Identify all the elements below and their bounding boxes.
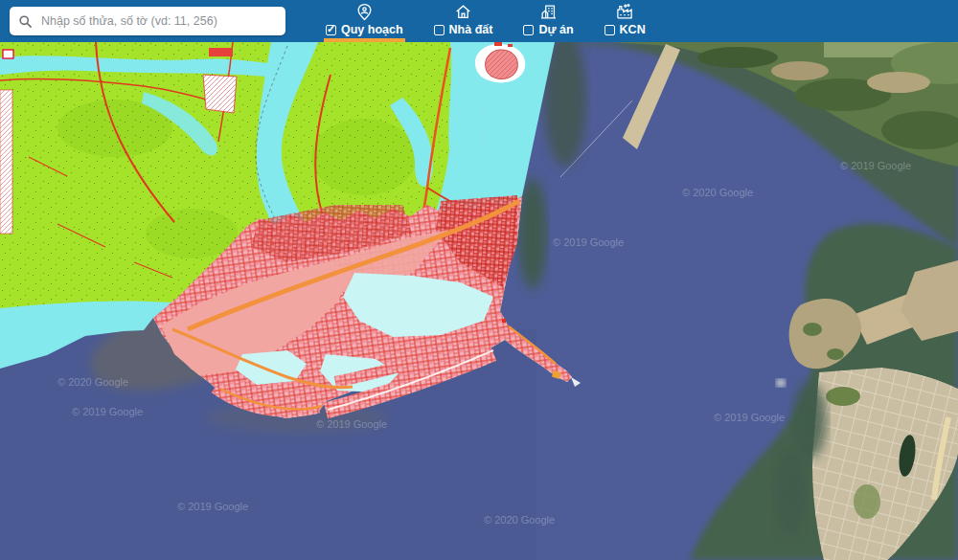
search-box[interactable]	[10, 7, 285, 35]
google-watermark: © 2019 Google	[840, 160, 911, 171]
du-an-checkbox[interactable]	[523, 25, 534, 35]
google-watermark: © 2020 Google	[484, 514, 555, 526]
quy-hoach-checkbox[interactable]	[326, 25, 336, 35]
person-pin-icon	[355, 3, 374, 21]
nha-dat-checkbox[interactable]	[434, 25, 445, 35]
kcn-checkbox[interactable]	[604, 25, 615, 35]
active-tab-underline	[324, 38, 405, 42]
google-watermark: © 2019 Google	[72, 406, 143, 417]
land-planning-map-app: { "header": { "search": { "placeholder":…	[0, 0, 958, 560]
factory-icon	[615, 3, 634, 21]
buildings-icon	[539, 3, 558, 21]
map-canvas[interactable]: © 2020 Google© 2019 Google© 2019 Google©…	[0, 42, 958, 560]
google-watermark: © 2019 Google	[177, 501, 248, 512]
google-watermark: © 2019 Google	[714, 412, 785, 423]
house-icon	[454, 3, 472, 21]
google-watermark: © 2020 Google	[57, 376, 128, 388]
search-icon	[18, 14, 33, 29]
header-nav: Quy hoạch Nhà đất	[324, 0, 648, 42]
tab-label: KCN	[620, 23, 646, 36]
tab-label: Nhà đất	[449, 23, 493, 36]
top-bar: Quy hoạch Nhà đất	[0, 0, 958, 42]
tab-label: Quy hoạch	[341, 23, 403, 36]
tab-du-an[interactable]: Dự án	[521, 0, 575, 42]
google-watermark: © 2019 Google	[316, 418, 387, 430]
search-input[interactable]	[39, 13, 277, 29]
tab-kcn[interactable]: KCN	[603, 0, 648, 42]
tab-quy-hoach[interactable]: Quy hoạch	[324, 0, 405, 42]
google-watermark: © 2019 Google	[553, 236, 624, 248]
google-watermark: © 2020 Google	[682, 187, 753, 198]
tab-label: Dự án	[538, 23, 573, 36]
map-svg: © 2020 Google© 2019 Google© 2019 Google©…	[0, 42, 958, 560]
tab-nha-dat[interactable]: Nhà đất	[432, 0, 495, 42]
